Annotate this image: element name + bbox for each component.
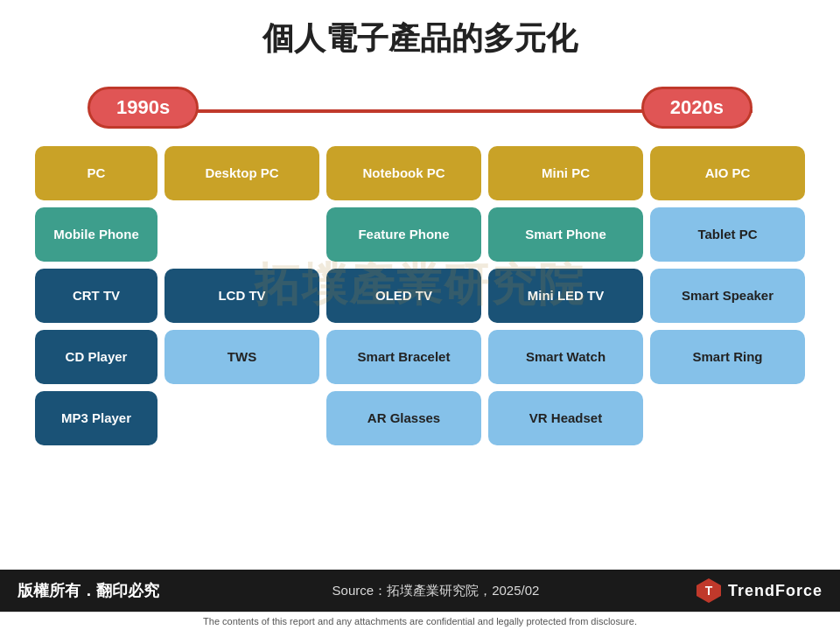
item-oled-tv: OLED TV xyxy=(326,269,481,323)
item-tablet-pc: Tablet PC xyxy=(650,207,805,262)
diagram: PC Mobile Phone CRT TV CD Player MP3 Pla… xyxy=(35,146,805,445)
item-mini-led-tv: Mini LED TV xyxy=(488,269,643,323)
timeline-label-2020s: 2020s xyxy=(641,87,752,129)
disclaimer: The contents of this report and any atta… xyxy=(0,612,840,630)
footer-copyright: 版權所有．翻印必究 xyxy=(18,580,177,601)
item-desktop-pc: Desktop PC xyxy=(164,146,319,200)
trendforce-icon: T xyxy=(695,577,723,605)
item-aio-pc: AIO PC xyxy=(650,146,805,200)
item-pc: PC xyxy=(35,146,158,200)
item-vr-headset: VR Headset xyxy=(488,391,643,445)
page-wrapper: 個人電子產品的多元化 1990s 2020s PC Mobile Phone C… xyxy=(0,0,840,630)
item-feature-phone: Feature Phone xyxy=(326,207,481,262)
item-smart-bracelet: Smart Bracelet xyxy=(326,330,481,384)
timeline-section: 1990s 2020s xyxy=(35,87,805,129)
timeline-labels: 1990s 2020s xyxy=(35,87,805,129)
page-title: 個人電子產品的多元化 xyxy=(35,18,805,60)
item-mp3-player: MP3 Player xyxy=(35,391,158,445)
main-content: 個人電子產品的多元化 1990s 2020s PC Mobile Phone C… xyxy=(0,0,840,570)
item-cd-player: CD Player xyxy=(35,330,158,384)
svg-text:T: T xyxy=(705,584,713,598)
item-tws: TWS xyxy=(164,330,319,384)
right-grid: Desktop PC Notebook PC Mini PC AIO PC Fe… xyxy=(164,146,805,445)
item-mobile-phone: Mobile Phone xyxy=(35,207,158,262)
footer-brand: T TrendForce xyxy=(695,577,822,605)
item-smart-phone: Smart Phone xyxy=(488,207,643,262)
item-smart-speaker: Smart Speaker xyxy=(650,269,805,323)
footer-source: Source：拓墣產業研究院，2025/02 xyxy=(177,583,695,599)
item-crt-tv: CRT TV xyxy=(35,269,158,323)
trendforce-logo: T TrendForce xyxy=(695,577,822,605)
item-notebook-pc: Notebook PC xyxy=(326,146,481,200)
item-smart-ring: Smart Ring xyxy=(650,330,805,384)
timeline-label-1990s: 1990s xyxy=(88,87,199,129)
trendforce-text: TrendForce xyxy=(728,582,822,600)
item-lcd-tv: LCD TV xyxy=(164,269,319,323)
item-mini-pc: Mini PC xyxy=(488,146,643,200)
left-column: PC Mobile Phone CRT TV CD Player MP3 Pla… xyxy=(35,146,158,445)
item-ar-glasses: AR Glasses xyxy=(326,391,481,445)
footer: 版權所有．翻印必究 Source：拓墣產業研究院，2025/02 T Trend… xyxy=(0,570,840,612)
item-smart-watch: Smart Watch xyxy=(488,330,643,384)
